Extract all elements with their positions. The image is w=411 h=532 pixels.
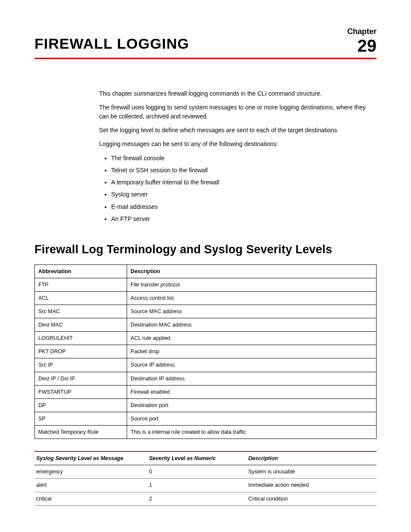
cell-desc: Packet drop — [127, 345, 377, 358]
list-item: The firewall console — [111, 154, 372, 162]
table-row: SPSource port — [35, 412, 377, 425]
table-row: Src MACSource MAC address — [35, 305, 377, 318]
cell-abbrev: SP — [35, 412, 127, 425]
cell-abbrev: Src MAC — [35, 305, 127, 318]
cell-abbrev: DP — [35, 398, 127, 412]
cell-desc: Destination IP address — [127, 372, 377, 385]
table-header-row: Syslog Severity Level as Message Severit… — [34, 451, 377, 465]
table-row: FTPFile transfer protocol — [35, 278, 377, 291]
intro-paragraph: The firewall uses logging to send system… — [99, 103, 372, 121]
chapter-block: Chapter 29 — [347, 26, 377, 54]
table-row: FWSTARTUPFirewall enabled — [35, 385, 377, 398]
table-row: Dest MACDestination MAC address — [35, 318, 377, 332]
terminology-table: Abbreviation Description FTPFile transfe… — [34, 264, 377, 439]
cell-desc: Source MAC address — [127, 305, 377, 318]
table-header: Description — [127, 264, 377, 278]
cell-abbrev: PKT DROP — [35, 345, 127, 358]
cell-desc: Destination port — [127, 398, 377, 412]
chapter-label: Chapter — [347, 26, 377, 37]
table-row: emergency0System is unusable — [34, 465, 377, 479]
table-row: Matched Temporary RuleThis is a internal… — [35, 426, 377, 439]
chapter-title: FIREWALL LOGGING — [34, 33, 189, 54]
cell-desc: This is a internal rule created to allow… — [127, 426, 377, 439]
cell-message: emergency — [34, 465, 147, 479]
chapter-number: 29 — [347, 37, 377, 54]
cell-desc: Destination MAC address — [127, 318, 377, 332]
syslog-table: Syslog Severity Level as Message Severit… — [34, 451, 377, 506]
table-header: Description — [246, 451, 377, 465]
list-item: Syslog server — [111, 190, 372, 199]
table-header: Abbreviation — [35, 264, 127, 278]
cell-desc: Source port — [127, 412, 377, 425]
list-item: An FTP server — [111, 215, 372, 223]
cell-abbrev: LOGRULEHIT — [35, 332, 127, 345]
cell-desc: Firewall enabled — [127, 385, 377, 398]
cell-desc: ACL rule applied — [127, 332, 377, 345]
intro-paragraph: Set the logging level to define which me… — [99, 126, 372, 134]
cell-numeric: 1 — [147, 479, 246, 492]
section-title: Firewall Log Terminology and Syslog Seve… — [34, 241, 377, 258]
cell-abbrev: Dest IP / Dst IP — [35, 372, 127, 385]
table-row: PKT DROPPacket drop — [35, 345, 377, 358]
cell-abbrev: FWSTARTUP — [35, 385, 127, 398]
cell-abbrev: ACL — [35, 291, 127, 305]
table-header: Syslog Severity Level as Message — [34, 451, 147, 465]
cell-desc: File transfer protocol — [127, 278, 377, 291]
table-row: ACLAccess control list — [35, 291, 377, 305]
cell-abbrev: Dest MAC — [35, 318, 127, 332]
table-row: Src IPSource IP address — [35, 358, 377, 372]
table-row: DPDestination port — [35, 398, 377, 412]
cell-desc: Source IP address — [127, 358, 377, 372]
table-header-row: Abbreviation Description — [35, 264, 377, 278]
table-row: Dest IP / Dst IPDestination IP address — [35, 372, 377, 385]
table-row: alert1Immediate action needed — [34, 479, 377, 492]
chapter-header: FIREWALL LOGGING Chapter 29 — [34, 26, 377, 59]
intro-section: This chapter summarizes firewall logging… — [99, 89, 372, 223]
list-item: Telnet or SSH session to the firewall — [111, 166, 372, 174]
table-row: critical2Critical condition — [34, 492, 377, 505]
list-item: A temporary buffer internal to the firew… — [111, 178, 372, 187]
cell-message: alert — [34, 479, 147, 492]
table-row: LOGRULEHITACL rule applied — [35, 332, 377, 345]
destinations-list: The firewall console Telnet or SSH sessi… — [99, 154, 372, 224]
intro-paragraph: Logging messages can be sent to any of t… — [99, 140, 372, 148]
cell-abbrev: Matched Temporary Rule — [35, 426, 127, 439]
cell-message: critical — [34, 492, 147, 505]
cell-abbrev: FTP — [35, 278, 127, 291]
cell-desc: Critical condition — [246, 492, 377, 505]
list-item: E-mail addresses — [111, 202, 372, 211]
cell-desc: Immediate action needed — [246, 479, 377, 492]
cell-numeric: 2 — [147, 492, 246, 505]
cell-desc: System is unusable — [246, 465, 377, 479]
cell-desc: Access control list — [127, 291, 377, 305]
cell-numeric: 0 — [147, 465, 246, 479]
cell-abbrev: Src IP — [35, 358, 127, 372]
table-header: Severity Level as Numeric — [147, 451, 246, 465]
intro-paragraph: This chapter summarizes firewall logging… — [99, 89, 372, 98]
